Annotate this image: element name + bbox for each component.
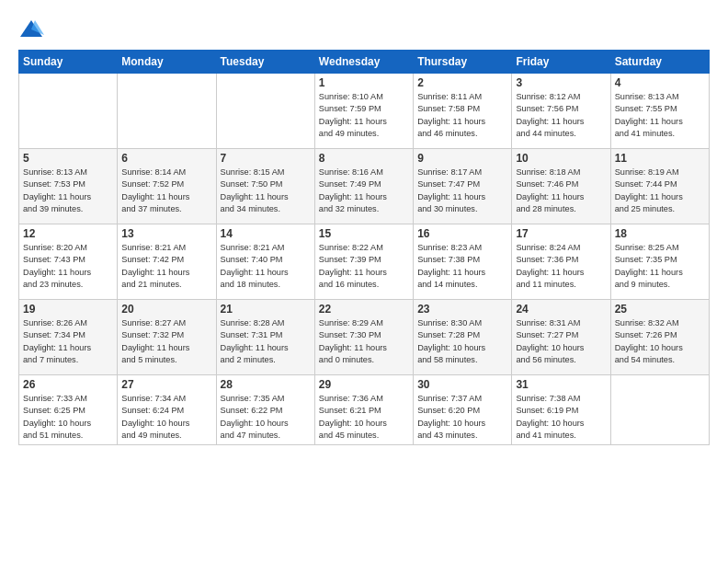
day-info: Sunrise: 8:32 AMSunset: 7:26 PMDaylight:… (615, 317, 705, 366)
calendar-week-row: 12Sunrise: 8:20 AMSunset: 7:43 PMDayligh… (19, 224, 710, 300)
day-info: Sunrise: 7:35 AMSunset: 6:22 PMDaylight:… (221, 393, 311, 442)
weekday-header-row: SundayMondayTuesdayWednesdayThursdayFrid… (19, 51, 710, 74)
day-number: 12 (23, 227, 113, 240)
calendar-cell: 31Sunrise: 7:38 AMSunset: 6:19 PMDayligh… (512, 375, 610, 445)
day-info: Sunrise: 8:23 AMSunset: 7:38 PMDaylight:… (417, 242, 507, 291)
calendar-cell: 4Sunrise: 8:13 AMSunset: 7:55 PMDaylight… (610, 74, 709, 149)
day-info: Sunrise: 7:34 AMSunset: 6:24 PMDaylight:… (121, 393, 211, 442)
day-number: 31 (516, 378, 606, 391)
logo-icon (18, 17, 44, 42)
day-info: Sunrise: 8:15 AMSunset: 7:50 PMDaylight:… (221, 167, 311, 215)
day-info: Sunrise: 8:25 AMSunset: 7:35 PMDaylight:… (615, 242, 705, 291)
day-info: Sunrise: 8:20 AMSunset: 7:43 PMDaylight:… (23, 242, 113, 291)
calendar-cell: 20Sunrise: 8:27 AMSunset: 7:32 PMDayligh… (118, 300, 216, 375)
day-number: 26 (23, 378, 113, 391)
day-number: 19 (23, 303, 113, 316)
calendar: SundayMondayTuesdayWednesdayThursdayFrid… (18, 50, 710, 445)
day-info: Sunrise: 7:33 AMSunset: 6:25 PMDaylight:… (23, 393, 113, 442)
day-number: 13 (121, 227, 211, 240)
day-number: 14 (221, 227, 311, 240)
calendar-cell (610, 375, 709, 445)
calendar-cell: 14Sunrise: 8:21 AMSunset: 7:40 PMDayligh… (216, 224, 314, 300)
logo (18, 17, 48, 42)
calendar-cell: 22Sunrise: 8:29 AMSunset: 7:30 PMDayligh… (314, 300, 413, 375)
day-number: 1 (319, 76, 409, 89)
calendar-cell: 19Sunrise: 8:26 AMSunset: 7:34 PMDayligh… (19, 300, 118, 375)
calendar-cell: 15Sunrise: 8:22 AMSunset: 7:39 PMDayligh… (314, 224, 413, 300)
calendar-cell: 7Sunrise: 8:15 AMSunset: 7:50 PMDaylight… (216, 149, 314, 224)
calendar-cell: 10Sunrise: 8:18 AMSunset: 7:46 PMDayligh… (512, 149, 610, 224)
day-number: 11 (615, 152, 705, 165)
day-info: Sunrise: 8:26 AMSunset: 7:34 PMDaylight:… (23, 317, 113, 366)
day-info: Sunrise: 8:28 AMSunset: 7:31 PMDaylight:… (221, 317, 311, 366)
day-info: Sunrise: 8:13 AMSunset: 7:53 PMDaylight:… (23, 167, 113, 215)
calendar-cell: 24Sunrise: 8:31 AMSunset: 7:27 PMDayligh… (512, 300, 610, 375)
day-info: Sunrise: 8:27 AMSunset: 7:32 PMDaylight:… (121, 317, 211, 366)
weekday-header-thursday: Thursday (414, 51, 512, 74)
weekday-header-friday: Friday (512, 51, 610, 74)
calendar-cell: 25Sunrise: 8:32 AMSunset: 7:26 PMDayligh… (610, 300, 709, 375)
calendar-cell: 13Sunrise: 8:21 AMSunset: 7:42 PMDayligh… (118, 224, 216, 300)
calendar-cell: 18Sunrise: 8:25 AMSunset: 7:35 PMDayligh… (610, 224, 709, 300)
day-info: Sunrise: 8:10 AMSunset: 7:59 PMDaylight:… (319, 91, 409, 140)
calendar-cell: 23Sunrise: 8:30 AMSunset: 7:28 PMDayligh… (414, 300, 512, 375)
calendar-cell: 29Sunrise: 7:36 AMSunset: 6:21 PMDayligh… (314, 375, 413, 445)
day-number: 30 (417, 378, 507, 391)
calendar-cell: 8Sunrise: 8:16 AMSunset: 7:49 PMDaylight… (314, 149, 413, 224)
day-info: Sunrise: 7:37 AMSunset: 6:20 PMDaylight:… (417, 393, 507, 442)
weekday-header-wednesday: Wednesday (314, 51, 413, 74)
day-info: Sunrise: 7:36 AMSunset: 6:21 PMDaylight:… (319, 393, 409, 442)
calendar-cell (19, 74, 118, 149)
day-info: Sunrise: 8:14 AMSunset: 7:52 PMDaylight:… (121, 167, 211, 215)
day-number: 16 (417, 227, 507, 240)
day-number: 27 (121, 378, 211, 391)
day-number: 15 (319, 227, 409, 240)
calendar-cell: 5Sunrise: 8:13 AMSunset: 7:53 PMDaylight… (19, 149, 118, 224)
day-number: 28 (221, 378, 311, 391)
day-number: 23 (417, 303, 507, 316)
day-number: 9 (417, 152, 507, 165)
day-number: 2 (417, 76, 507, 89)
day-number: 10 (516, 152, 606, 165)
day-info: Sunrise: 8:12 AMSunset: 7:56 PMDaylight:… (516, 91, 606, 140)
calendar-week-row: 19Sunrise: 8:26 AMSunset: 7:34 PMDayligh… (19, 300, 710, 375)
calendar-cell: 9Sunrise: 8:17 AMSunset: 7:47 PMDaylight… (414, 149, 512, 224)
day-number: 25 (615, 303, 705, 316)
day-number: 22 (319, 303, 409, 316)
calendar-cell: 16Sunrise: 8:23 AMSunset: 7:38 PMDayligh… (414, 224, 512, 300)
calendar-cell (216, 74, 314, 149)
day-number: 29 (319, 378, 409, 391)
day-info: Sunrise: 8:30 AMSunset: 7:28 PMDaylight:… (417, 317, 507, 366)
day-info: Sunrise: 8:17 AMSunset: 7:47 PMDaylight:… (417, 167, 507, 215)
calendar-cell: 17Sunrise: 8:24 AMSunset: 7:36 PMDayligh… (512, 224, 610, 300)
calendar-cell: 11Sunrise: 8:19 AMSunset: 7:44 PMDayligh… (610, 149, 709, 224)
day-info: Sunrise: 8:13 AMSunset: 7:55 PMDaylight:… (615, 91, 705, 140)
day-info: Sunrise: 8:31 AMSunset: 7:27 PMDaylight:… (516, 317, 606, 366)
calendar-cell: 2Sunrise: 8:11 AMSunset: 7:58 PMDaylight… (414, 74, 512, 149)
calendar-cell: 27Sunrise: 7:34 AMSunset: 6:24 PMDayligh… (118, 375, 216, 445)
day-number: 5 (23, 152, 113, 165)
weekday-header-sunday: Sunday (19, 51, 118, 74)
day-info: Sunrise: 8:21 AMSunset: 7:42 PMDaylight:… (121, 242, 211, 291)
calendar-cell: 30Sunrise: 7:37 AMSunset: 6:20 PMDayligh… (414, 375, 512, 445)
day-info: Sunrise: 7:38 AMSunset: 6:19 PMDaylight:… (516, 393, 606, 442)
day-number: 3 (516, 76, 606, 89)
calendar-week-row: 26Sunrise: 7:33 AMSunset: 6:25 PMDayligh… (19, 375, 710, 445)
day-number: 7 (221, 152, 311, 165)
day-number: 4 (615, 76, 705, 89)
day-info: Sunrise: 8:24 AMSunset: 7:36 PMDaylight:… (516, 242, 606, 291)
weekday-header-tuesday: Tuesday (216, 51, 314, 74)
calendar-week-row: 1Sunrise: 8:10 AMSunset: 7:59 PMDaylight… (19, 74, 710, 149)
page: SundayMondayTuesdayWednesdayThursdayFrid… (0, 0, 728, 563)
calendar-cell: 28Sunrise: 7:35 AMSunset: 6:22 PMDayligh… (216, 375, 314, 445)
day-info: Sunrise: 8:19 AMSunset: 7:44 PMDaylight:… (615, 167, 705, 215)
day-info: Sunrise: 8:22 AMSunset: 7:39 PMDaylight:… (319, 242, 409, 291)
calendar-cell (118, 74, 216, 149)
calendar-week-row: 5Sunrise: 8:13 AMSunset: 7:53 PMDaylight… (19, 149, 710, 224)
calendar-cell: 3Sunrise: 8:12 AMSunset: 7:56 PMDaylight… (512, 74, 610, 149)
header (18, 17, 710, 42)
day-number: 21 (221, 303, 311, 316)
day-info: Sunrise: 8:18 AMSunset: 7:46 PMDaylight:… (516, 167, 606, 215)
calendar-cell: 1Sunrise: 8:10 AMSunset: 7:59 PMDaylight… (314, 74, 413, 149)
calendar-cell: 6Sunrise: 8:14 AMSunset: 7:52 PMDaylight… (118, 149, 216, 224)
